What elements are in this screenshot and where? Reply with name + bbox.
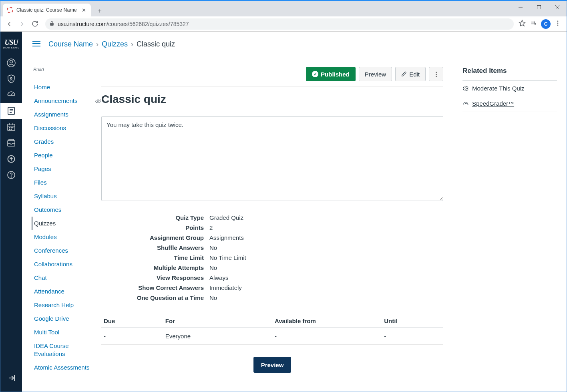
- detail-value: 2: [207, 223, 442, 232]
- dates-row: - Everyone - -: [101, 328, 443, 345]
- edit-button[interactable]: Edit: [395, 67, 426, 81]
- hidden-eye-icon: [95, 98, 101, 106]
- breadcrumb-course[interactable]: Course Name: [48, 40, 93, 48]
- page-header: Course Name › Quizzes › Classic quiz: [22, 32, 567, 57]
- address-bar[interactable]: usu.instructure.com/courses/562682/quizz…: [45, 18, 514, 30]
- chrome-menu-icon[interactable]: [555, 20, 561, 28]
- course-nav-item[interactable]: Files: [32, 176, 101, 189]
- media-control-icon[interactable]: [530, 20, 537, 28]
- chevron-right-icon: ›: [131, 40, 133, 48]
- moderate-quiz-label: Moderate This Quiz: [472, 85, 525, 92]
- close-tab-icon[interactable]: ✕: [80, 7, 87, 13]
- svg-point-7: [557, 21, 559, 22]
- moderate-quiz-link[interactable]: Moderate This Quiz: [462, 80, 557, 96]
- browser-tab[interactable]: Classic quiz: Course Name ✕: [3, 4, 91, 16]
- cell-available: -: [272, 328, 382, 345]
- related-items-sidebar: Related Items Moderate This Quiz SpeedGr…: [453, 57, 557, 392]
- global-nav-account[interactable]: [0, 55, 22, 71]
- course-nav-item[interactable]: Google Drive: [32, 312, 101, 326]
- global-nav-commons[interactable]: [0, 151, 22, 167]
- detail-label: One Question at a Time: [102, 293, 206, 302]
- nav-forward-button[interactable]: [16, 18, 28, 30]
- detail-value: Assignments: [207, 233, 442, 242]
- course-nav-item[interactable]: Announcements: [32, 94, 101, 108]
- course-nav-item[interactable]: Pages: [32, 162, 101, 176]
- nav-back-button[interactable]: [4, 18, 15, 30]
- col-for: For: [163, 314, 272, 328]
- preview-button-top[interactable]: Preview: [359, 67, 392, 81]
- detail-value: No: [207, 293, 442, 302]
- course-nav-item[interactable]: Conferences: [32, 244, 101, 257]
- svg-rect-1: [537, 6, 541, 9]
- new-tab-button[interactable]: ＋: [94, 5, 105, 16]
- global-nav-admin[interactable]: [0, 71, 22, 87]
- published-button[interactable]: ✓ Published: [306, 67, 356, 81]
- quiz-details-table: Quiz TypeGraded QuizPoints2Assignment Gr…: [101, 212, 443, 303]
- detail-value: No: [207, 243, 442, 252]
- course-nav-item[interactable]: Grades: [32, 135, 101, 149]
- course-nav: Build HomeAnnouncementsAssignmentsDiscus…: [32, 57, 101, 392]
- global-nav-courses[interactable]: [0, 103, 22, 119]
- detail-label: Time Limit: [102, 253, 206, 262]
- window-minimize-button[interactable]: [511, 1, 530, 13]
- window-maximize-button[interactable]: [530, 1, 548, 13]
- preview-button-main[interactable]: Preview: [253, 357, 292, 373]
- profile-avatar[interactable]: C: [541, 19, 551, 29]
- global-nav-inbox[interactable]: [0, 135, 22, 151]
- quiz-description-text: You may take this quiz twice.: [107, 121, 183, 128]
- course-nav-toggle[interactable]: [32, 39, 41, 49]
- course-nav-item[interactable]: Attendance: [32, 285, 101, 298]
- browser-toolbar: usu.instructure.com/courses/562682/quizz…: [0, 16, 567, 32]
- course-nav-item[interactable]: Quizzes: [32, 217, 101, 230]
- gear-icon: [462, 85, 469, 92]
- tab-title: Classic quiz: Course Name: [16, 7, 77, 13]
- lock-icon: [49, 21, 54, 27]
- more-options-button[interactable]: [429, 67, 443, 81]
- cell-until: -: [382, 328, 443, 345]
- svg-point-8: [557, 23, 559, 24]
- course-nav-item[interactable]: Home: [32, 80, 101, 94]
- course-nav-item[interactable]: Chat: [32, 271, 101, 285]
- bookmark-star-icon[interactable]: [519, 20, 526, 28]
- build-label: Build: [32, 67, 101, 72]
- breadcrumb-current: Classic quiz: [137, 40, 175, 48]
- course-nav-item[interactable]: Multi Tool: [32, 326, 101, 339]
- course-nav-item[interactable]: Atomic Assessments: [32, 361, 101, 374]
- breadcrumb-section[interactable]: Quizzes: [102, 40, 128, 48]
- detail-label: Shuffle Answers: [102, 243, 206, 252]
- detail-label: Multiple Attempts: [102, 263, 206, 272]
- course-nav-item[interactable]: Syllabus: [32, 189, 101, 203]
- detail-value: No: [207, 263, 442, 272]
- svg-point-32: [11, 177, 12, 177]
- global-nav-help[interactable]: [0, 167, 22, 183]
- course-nav-item[interactable]: Collaborations: [32, 257, 101, 271]
- cell-for: Everyone: [163, 328, 272, 345]
- window-close-button[interactable]: [548, 1, 567, 13]
- cell-due: -: [101, 328, 163, 345]
- canvas-favicon-icon: [7, 7, 13, 13]
- course-nav-item[interactable]: People: [32, 149, 101, 162]
- svg-point-11: [10, 60, 13, 63]
- global-nav: USU UTAH STATE: [0, 32, 22, 392]
- course-nav-item[interactable]: Research Help: [32, 298, 101, 312]
- global-nav-dashboard[interactable]: [0, 87, 22, 103]
- global-nav-collapse[interactable]: [0, 370, 22, 386]
- check-icon: ✓: [312, 71, 318, 77]
- usu-logo[interactable]: USU UTAH STATE: [0, 33, 22, 55]
- course-nav-item[interactable]: IDEA Course Evaluations: [32, 339, 101, 361]
- speedgrader-label: SpeedGrader™: [472, 100, 514, 107]
- course-nav-item[interactable]: Modules: [32, 230, 101, 244]
- course-nav-item[interactable]: Discussions: [32, 121, 101, 135]
- course-nav-item[interactable]: Outcomes: [32, 203, 101, 217]
- svg-point-23: [11, 127, 11, 128]
- global-nav-calendar[interactable]: [0, 119, 22, 135]
- related-items-heading: Related Items: [462, 67, 557, 75]
- quiz-description-box: You may take this quiz twice.: [101, 116, 443, 201]
- nav-reload-button[interactable]: [29, 18, 40, 30]
- col-until: Until: [382, 314, 443, 328]
- speedgrader-link[interactable]: SpeedGrader™: [462, 96, 557, 111]
- chevron-right-icon: ›: [96, 40, 99, 48]
- detail-label: View Responses: [102, 273, 206, 282]
- svg-point-22: [9, 127, 10, 128]
- course-nav-item[interactable]: Assignments: [32, 108, 101, 121]
